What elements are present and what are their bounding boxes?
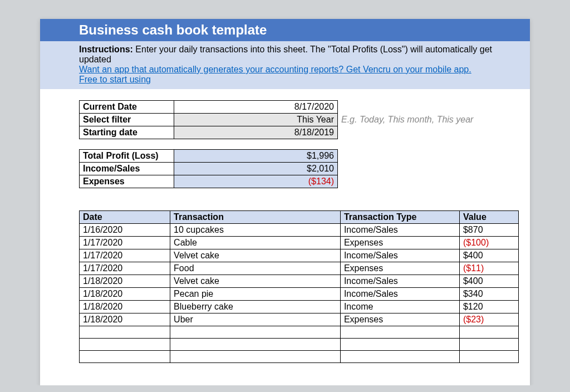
total-profit-label: Total Profit (Loss) (80, 150, 174, 163)
tx-transaction[interactable] (170, 339, 341, 351)
total-profit-row: Total Profit (Loss) $1,996 (80, 150, 338, 163)
tx-transaction[interactable]: 10 cupcakes (170, 224, 341, 237)
tx-date[interactable]: 1/18/2020 (80, 288, 170, 301)
header-type: Transaction Type (340, 211, 459, 224)
instructions-text: Enter your daily transactions into this … (79, 45, 492, 64)
starting-date-row: Starting date 8/18/2019 (80, 126, 477, 139)
tx-date[interactable]: 1/16/2020 (80, 224, 170, 237)
table-row-empty[interactable] (80, 351, 519, 363)
select-filter-label: Select filter (80, 114, 174, 126)
tx-value[interactable] (459, 326, 518, 339)
tx-value[interactable]: $870 (459, 224, 518, 237)
tx-transaction[interactable]: Velvet cake (170, 275, 341, 288)
table-row[interactable]: 1/18/2020Velvet cakeIncome/Sales$400 (80, 275, 519, 288)
tx-type[interactable] (340, 351, 459, 363)
tx-date[interactable]: 1/17/2020 (80, 249, 170, 262)
tx-type[interactable]: Expenses (340, 237, 459, 249)
table-row[interactable]: 1/17/2020CableExpenses($100) (80, 237, 519, 249)
expenses-value: ($134) (174, 175, 338, 188)
transactions-table: Date Transaction Transaction Type Value … (79, 210, 519, 363)
tx-date[interactable]: 1/17/2020 (80, 237, 170, 249)
tx-type[interactable]: Income/Sales (340, 249, 459, 262)
tx-type[interactable]: Income/Sales (340, 224, 459, 237)
tx-value[interactable]: $400 (459, 275, 518, 288)
table-row-empty[interactable] (80, 339, 519, 351)
spreadsheet-page: Business cash book template Instructions… (40, 19, 530, 385)
tx-header-row: Date Transaction Transaction Type Value (80, 211, 519, 224)
table-row[interactable]: 1/18/2020UberExpenses($23) (80, 313, 519, 326)
table-row[interactable]: 1/17/2020FoodExpenses($11) (80, 262, 519, 275)
total-profit-value: $1,996 (174, 150, 338, 163)
instructions-label: Instructions: (79, 45, 135, 54)
starting-date-label: Starting date (80, 126, 174, 139)
tx-date[interactable] (80, 351, 170, 363)
summary-table: Total Profit (Loss) $1,996 Income/Sales … (79, 149, 338, 188)
header-transaction: Transaction (170, 211, 341, 224)
tx-date[interactable]: 1/18/2020 (80, 301, 170, 313)
tx-value[interactable] (459, 339, 518, 351)
tx-transaction[interactable]: Velvet cake (170, 249, 341, 262)
tx-value[interactable]: $120 (459, 301, 518, 313)
table-row[interactable]: 1/18/2020Pecan pieIncome/Sales$340 (80, 288, 519, 301)
tx-date[interactable] (80, 326, 170, 339)
tx-date[interactable] (80, 339, 170, 351)
tx-transaction[interactable]: Cable (170, 237, 341, 249)
tx-value[interactable]: $400 (459, 249, 518, 262)
content-area: Current Date 8/17/2020 Select filter Thi… (40, 89, 530, 363)
tx-date[interactable]: 1/17/2020 (80, 262, 170, 275)
tx-value[interactable]: ($100) (459, 237, 518, 249)
income-value: $2,010 (174, 163, 338, 175)
current-date-row: Current Date 8/17/2020 (80, 101, 477, 114)
info-table: Current Date 8/17/2020 Select filter Thi… (79, 100, 477, 139)
tx-value[interactable]: $340 (459, 288, 518, 301)
tx-type[interactable]: Income/Sales (340, 275, 459, 288)
tx-type[interactable]: Expenses (340, 262, 459, 275)
income-label: Income/Sales (80, 163, 174, 175)
table-row[interactable]: 1/18/2020Blueberry cakeIncome$120 (80, 301, 519, 313)
income-row: Income/Sales $2,010 (80, 163, 338, 175)
table-row-empty[interactable] (80, 326, 519, 339)
page-title: Business cash book template (40, 19, 530, 41)
select-filter-value[interactable]: This Year (174, 114, 338, 126)
select-filter-row: Select filter This Year E.g. Today, This… (80, 114, 477, 126)
tx-type[interactable] (340, 326, 459, 339)
tx-value[interactable]: ($11) (459, 262, 518, 275)
tx-transaction[interactable]: Blueberry cake (170, 301, 341, 313)
expenses-row: Expenses ($134) (80, 175, 338, 188)
header-date: Date (80, 211, 170, 224)
starting-date-value[interactable]: 8/18/2019 (174, 126, 338, 139)
tx-transaction[interactable] (170, 351, 341, 363)
table-row[interactable]: 1/17/2020Velvet cakeIncome/Sales$400 (80, 249, 519, 262)
current-date-label: Current Date (80, 101, 174, 114)
header-value: Value (459, 211, 518, 224)
tx-type[interactable] (340, 339, 459, 351)
tx-value[interactable]: ($23) (459, 313, 518, 326)
tx-value[interactable] (459, 351, 518, 363)
current-date-value[interactable]: 8/17/2020 (174, 101, 338, 114)
promo-link-1[interactable]: Want an app that automatically generates… (79, 65, 471, 74)
tx-type[interactable]: Income (340, 301, 459, 313)
tx-transaction[interactable] (170, 326, 341, 339)
tx-transaction[interactable]: Food (170, 262, 341, 275)
expenses-label: Expenses (80, 175, 174, 188)
tx-transaction[interactable]: Pecan pie (170, 288, 341, 301)
tx-date[interactable]: 1/18/2020 (80, 275, 170, 288)
table-row[interactable]: 1/16/202010 cupcakesIncome/Sales$870 (80, 224, 519, 237)
select-filter-hint: E.g. Today, This month, This year (338, 114, 477, 126)
tx-transaction[interactable]: Uber (170, 313, 341, 326)
tx-date[interactable]: 1/18/2020 (80, 313, 170, 326)
tx-type[interactable]: Expenses (340, 313, 459, 326)
instructions-box: Instructions: Enter your daily transacti… (40, 41, 530, 89)
tx-type[interactable]: Income/Sales (340, 288, 459, 301)
promo-link-2[interactable]: Free to start using (79, 75, 151, 84)
